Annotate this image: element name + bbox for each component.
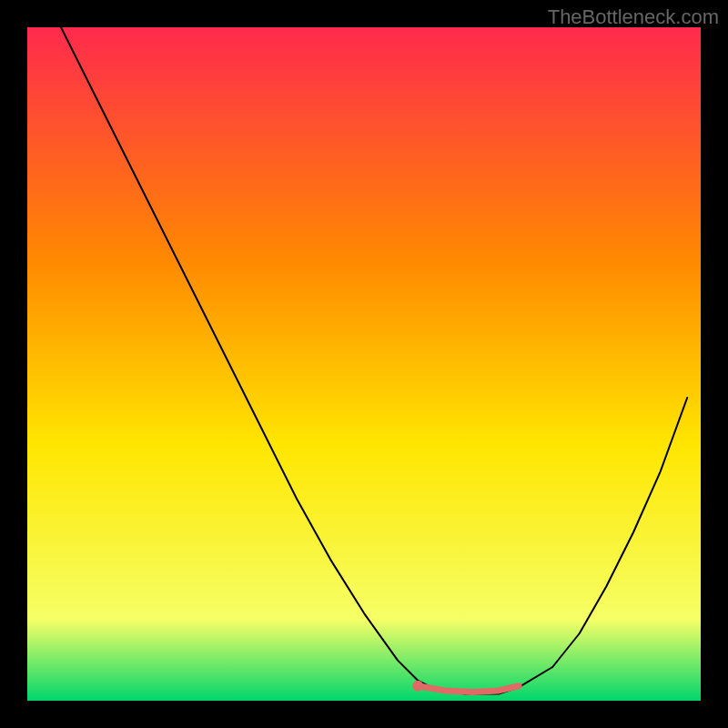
chart-svg: [27, 27, 701, 701]
plot-area: [27, 27, 701, 701]
chart-container: TheBottleneck.com: [0, 0, 728, 728]
marker-highlight-dot: [412, 681, 423, 692]
marker-group: [412, 681, 423, 692]
watermark-text: TheBottleneck.com: [548, 5, 719, 29]
